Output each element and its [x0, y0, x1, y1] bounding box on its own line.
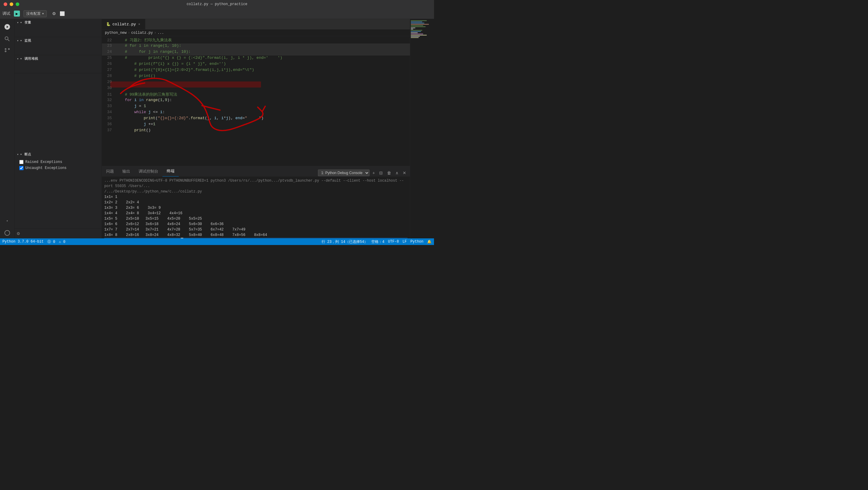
- line-content-35: print("{}x{}={:2d}".format(j, i, i*j), e…: [116, 116, 264, 120]
- terminal-split-button[interactable]: ⊟: [378, 169, 384, 176]
- notification-icon[interactable]: 🔔: [427, 239, 432, 244]
- raised-exceptions-checkbox[interactable]: [19, 160, 24, 164]
- terminal-tabs: 问题 输出 调试控制台 终端 1: Python Debug Console: [102, 166, 410, 177]
- panel-spacer: [14, 73, 101, 151]
- terminal-close-button[interactable]: ✕: [401, 169, 407, 176]
- breadcrumb-collatz[interactable]: collatz.py: [131, 31, 153, 35]
- terminal-trash-button[interactable]: 🗑: [386, 169, 393, 176]
- raised-exceptions-item: Raised Exceptions: [14, 159, 101, 165]
- error-count[interactable]: ⓪ 0: [47, 239, 55, 244]
- code-line-27: 27 # print("{0}x{1}={2:0>2}".format(i,j,…: [102, 67, 410, 74]
- code-line-32: 32 for i in range(1,9):: [102, 98, 410, 104]
- code-line-29: 29: [102, 80, 410, 86]
- line-num-28: 28: [102, 74, 116, 78]
- terminal-add-button[interactable]: +: [371, 169, 376, 176]
- callstack-header[interactable]: ▾ ▾ 调用堆栈: [14, 55, 101, 62]
- line-content-32: for i in range(1,9):: [116, 98, 172, 102]
- terminal-content[interactable]: ...env PYTHONIOENCODING=UTF-8 PYTHONUNBU…: [102, 177, 410, 238]
- tab-close-icon[interactable]: ✕: [138, 22, 141, 27]
- split-editor-icon[interactable]: ⬜: [59, 10, 65, 17]
- debug-settings-icon[interactable]: ⚙: [17, 231, 20, 236]
- line-col[interactable]: 行 23，列 14（已选择54）: [321, 239, 368, 244]
- code-line-23: 23 # for i in range(1, 10):: [102, 44, 410, 50]
- content-area: ▾ ▾ 变量 ▾ ▾ 监视 ▾ ▾ 调用堆栈: [0, 19, 434, 238]
- breadcrumb-sep1: ›: [128, 31, 130, 35]
- tab-output[interactable]: 输出: [118, 166, 134, 176]
- variables-header[interactable]: ▾ ▾ 变量: [14, 19, 101, 26]
- terminal-line-1: /.../Desktop/py.../python_new/c.../colla…: [104, 189, 407, 194]
- line-content-28: # print(): [116, 74, 156, 78]
- python-version[interactable]: Python 3.7.0 64-bit: [2, 239, 44, 244]
- language[interactable]: Python: [410, 239, 424, 244]
- code-line-33: 33 j = 1: [102, 104, 410, 110]
- play-button[interactable]: ▶: [14, 10, 20, 17]
- tab-bar: 🐍 collatz.py ✕: [102, 19, 410, 30]
- code-line-22: 22 # 习题2: 打印九九乘法表: [102, 37, 410, 44]
- line-num-27: 27: [102, 67, 116, 72]
- minimap: [410, 19, 434, 238]
- breakpoints-content: Raised Exceptions Uncaught Exceptions: [14, 158, 101, 172]
- code-editor[interactable]: 22 # 习题2: 打印九九乘法表 23 # for i in range(1,…: [102, 36, 410, 166]
- sidebar-item-remote[interactable]: [2, 228, 13, 238]
- minimize-button[interactable]: [10, 2, 13, 6]
- spaces[interactable]: 空格：4: [371, 239, 384, 244]
- sidebar-item-debug[interactable]: [2, 22, 13, 32]
- sidebar-item-extensions[interactable]: [2, 215, 13, 226]
- minimap-line: [411, 35, 427, 36]
- watch-header[interactable]: ▾ ▾ 监视: [14, 37, 101, 44]
- watch-arrow: ▾: [17, 39, 19, 42]
- minimap-line: [411, 25, 423, 26]
- minimap-content: [410, 19, 434, 39]
- minimap-line: [411, 23, 424, 24]
- tab-output-label: 输出: [122, 169, 130, 174]
- minimap-line: [411, 33, 423, 34]
- editor-area: 🐍 collatz.py ✕ python_new › collatz.py ›…: [102, 19, 410, 238]
- terminal-line-3: 1x2= 2 2x2= 4: [104, 200, 407, 205]
- minimap-line: [411, 27, 415, 28]
- debug-panel: ▾ ▾ 变量 ▾ ▾ 监视 ▾ ▾ 调用堆栈: [14, 19, 102, 238]
- terminal-console-select[interactable]: 1: Python Debug Console: [318, 170, 370, 176]
- breadcrumb-ellipsis[interactable]: ...: [157, 31, 164, 35]
- line-num-35: 35: [102, 116, 116, 120]
- debug-label: 调试: [2, 11, 10, 16]
- uncaught-exceptions-checkbox[interactable]: [19, 166, 24, 170]
- line-num-25: 25: [102, 56, 116, 60]
- line-ending[interactable]: LF: [402, 239, 407, 244]
- code-line-36: 36 j +=1: [102, 122, 410, 128]
- status-bar-right: 行 23，列 14（已选择54） 空格：4 UTF-8 LF Python 🔔: [321, 239, 432, 244]
- line-content-29: [116, 80, 118, 84]
- line-content-37: print(): [116, 128, 151, 133]
- terminal-up-button[interactable]: ∧: [394, 169, 400, 176]
- line-num-23: 23: [102, 44, 116, 48]
- window-controls[interactable]: [4, 2, 19, 6]
- tab-debug-console[interactable]: 调试控制台: [134, 166, 162, 176]
- close-button[interactable]: [4, 2, 7, 6]
- line-num-24: 24: [102, 50, 116, 54]
- line-num-37: 37: [102, 128, 116, 133]
- toolbar: 调试 ▶ 没有配置 ▾ ⚙ ⬜: [0, 8, 434, 19]
- code-line-26: 26 # print(f"{i} x {j} = {i * j}", end='…: [102, 62, 410, 67]
- debug-panel-footer: ⚙: [14, 229, 101, 238]
- sidebar-item-source-control[interactable]: [2, 46, 13, 56]
- terminal-line-4: 1x3= 3 2x3= 6 3x3= 9: [104, 205, 407, 211]
- line-num-32: 32: [102, 98, 116, 102]
- tab-terminal[interactable]: 终端: [162, 166, 179, 176]
- minimap-line: [411, 31, 421, 32]
- settings-icon[interactable]: ⚙: [52, 10, 57, 17]
- breadcrumb: python_new › collatz.py › ...: [102, 30, 410, 36]
- breadcrumb-python-new[interactable]: python_new: [105, 31, 127, 35]
- raised-exceptions-label: Raised Exceptions: [25, 160, 62, 164]
- tab-problems[interactable]: 问题: [102, 166, 118, 176]
- config-selector[interactable]: 没有配置 ▾: [24, 10, 47, 17]
- minimap-line: [411, 22, 422, 22]
- sidebar-item-search[interactable]: [2, 33, 13, 45]
- breakpoints-arrow: ▾: [17, 153, 19, 156]
- breakpoints-header[interactable]: ▾ ▾ 断点: [14, 151, 101, 158]
- callstack-label: ▾ 调用堆栈: [20, 56, 38, 61]
- maximize-button[interactable]: [16, 2, 19, 6]
- warning-count[interactable]: ⚠ 0: [59, 239, 65, 244]
- line-content-25: # print("{} x {} = {:<2d}".format(i, j, …: [116, 56, 282, 60]
- tab-collatz[interactable]: 🐍 collatz.py ✕: [102, 19, 145, 29]
- breadcrumb-sep2: ›: [154, 31, 156, 35]
- encoding[interactable]: UTF-8: [388, 239, 399, 244]
